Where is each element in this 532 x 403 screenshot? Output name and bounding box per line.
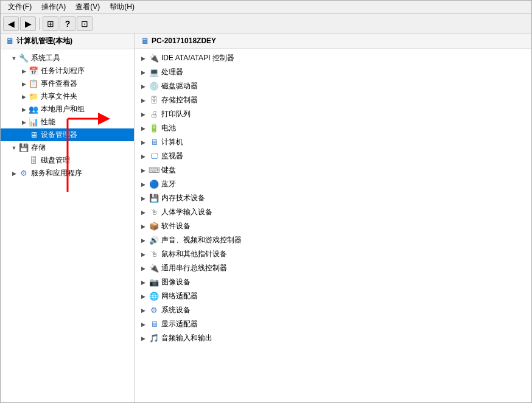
right-device-list: 🔌 IDE ATA/ATAPI 控制器 💻 处理器 💿 磁盘驱动器 — [135, 49, 531, 402]
sidebar-item-disk-mgmt[interactable]: 🗄 磁盘管理 — [1, 154, 134, 167]
expand-cpu — [139, 69, 147, 76]
expand-memory-tech — [139, 195, 147, 202]
right-panel-header: 🖥 PC-20171018ZDEY — [135, 33, 531, 49]
system-tools-label: 系统工具 — [31, 53, 60, 63]
ide-label: IDE ATA/ATAPI 控制器 — [161, 53, 234, 63]
sidebar-item-services[interactable]: ⚙ 服务和应用程序 — [1, 167, 134, 180]
list-item-computer[interactable]: 🖥 计算机 — [135, 135, 531, 149]
list-item-printer[interactable]: 🖨 打印队列 — [135, 107, 531, 121]
expand-services — [10, 170, 18, 177]
service-label: 服务和应用程序 — [31, 168, 82, 178]
expand-system-dev — [139, 307, 147, 314]
sidebar-item-system-tools[interactable]: 🔧 系统工具 — [1, 52, 134, 65]
sidebar-item-task-scheduler[interactable]: 📅 任务计划程序 — [1, 65, 134, 77]
list-item-hdd[interactable]: 💿 磁盘驱动器 — [135, 79, 531, 93]
expand-display — [139, 321, 147, 328]
list-item-monitor[interactable]: 🖵 监视器 — [135, 149, 531, 163]
menu-view[interactable]: 查看(V) — [71, 1, 105, 13]
show-hide-button[interactable]: ⊞ — [43, 16, 58, 31]
menu-file[interactable]: 文件(F) — [3, 1, 37, 13]
expand-storage-ctrl — [139, 97, 147, 104]
computer-label: 计算机 — [161, 137, 183, 147]
cpu-icon: 💻 — [149, 68, 159, 77]
expand-task — [20, 68, 27, 75]
list-item-storage-ctrl[interactable]: 🗄 存储控制器 — [135, 93, 531, 107]
mouse-label: 鼠标和其他指针设备 — [161, 249, 227, 259]
network-icon: 🌐 — [149, 292, 159, 301]
menu-help[interactable]: 帮助(H) — [105, 1, 139, 13]
expand-usb — [139, 265, 147, 272]
right-panel-wrapper: 🖥 PC-20171018ZDEY 🔌 IDE ATA/ATAPI 控制器 💻 … — [135, 33, 531, 402]
event-icon: 📋 — [29, 79, 38, 89]
list-item-memory-tech[interactable]: 💾 内存技术设备 — [135, 191, 531, 205]
service-icon: ⚙ — [19, 169, 29, 178]
bluetooth-icon: 🔵 — [149, 180, 159, 189]
share-icon: 📁 — [29, 92, 38, 102]
camera-icon: 📷 — [149, 278, 159, 287]
list-item-software[interactable]: 📦 软件设备 — [135, 219, 531, 233]
sidebar-item-performance[interactable]: 📊 性能 — [1, 116, 134, 128]
list-item-network[interactable]: 🌐 网络适配器 — [135, 289, 531, 303]
right-panel-title: PC-20171018ZDEY — [152, 37, 216, 45]
expand-human — [139, 209, 147, 216]
perf-icon: 📊 — [29, 117, 38, 127]
back-button[interactable]: ◀ — [3, 16, 19, 31]
list-item-display[interactable]: 🖥 显示适配器 — [135, 317, 531, 331]
sidebar-item-event-viewer[interactable]: 📋 事件查看器 — [1, 77, 134, 90]
users-icon: 👥 — [29, 105, 38, 114]
left-panel-title: 计算机管理(本地) — [16, 36, 72, 46]
expand-network — [139, 293, 147, 300]
list-item-human-input[interactable]: 🖱 人体学输入设备 — [135, 205, 531, 219]
list-item-mouse[interactable]: 🖱 鼠标和其他指针设备 — [135, 247, 531, 261]
list-item-audio-io[interactable]: 🎵 音频输入和输出 — [135, 331, 531, 345]
menu-action[interactable]: 操作(A) — [37, 1, 71, 13]
expand-device — [20, 131, 27, 139]
content-area: 🖥 计算机管理(本地) 🔧 系统工具 📅 任务计划程序 — [1, 33, 531, 402]
hdd-icon: 💿 — [149, 82, 159, 91]
expand-audio — [139, 237, 147, 244]
sidebar-item-local-users[interactable]: 👥 本地用户和组 — [1, 103, 134, 116]
expand-hdd — [139, 83, 147, 90]
list-item-ide[interactable]: 🔌 IDE ATA/ATAPI 控制器 — [135, 51, 531, 65]
storage-label: 存储 — [31, 142, 46, 153]
imaging-label: 图像设备 — [161, 277, 191, 287]
task-label: 任务计划程序 — [41, 66, 85, 76]
sidebar-item-shared-folders[interactable]: 📁 共享文件夹 — [1, 90, 134, 103]
list-item-battery[interactable]: 🔋 电池 — [135, 121, 531, 135]
computer-icon: 🖥 — [4, 37, 14, 46]
disk-icon: 🗄 — [29, 156, 38, 166]
network-label: 网络适配器 — [161, 291, 198, 301]
list-item-keyboard[interactable]: ⌨ 键盘 — [135, 163, 531, 177]
disk-label: 磁盘管理 — [41, 155, 70, 166]
audio-io-label: 音频输入和输出 — [161, 333, 212, 343]
hdd-label: 磁盘驱动器 — [161, 81, 198, 91]
forward-button[interactable]: ▶ — [20, 16, 36, 31]
tools-icon: 🔧 — [19, 54, 29, 63]
expand-storage — [10, 144, 18, 152]
cpu-label: 处理器 — [161, 67, 183, 77]
list-item-usb[interactable]: 🔌 通用串行总线控制器 — [135, 261, 531, 275]
window: 文件(F) 操作(A) 查看(V) 帮助(H) ◀ ▶ ⊞ ? ⊡ 🖥 计算机管… — [0, 0, 532, 403]
sidebar-item-storage[interactable]: 💾 存储 — [1, 141, 134, 154]
display-label: 显示适配器 — [161, 319, 198, 329]
sidebar-item-device-manager[interactable]: 🖥 设备管理器 — [1, 128, 134, 141]
storage-ctrl-label: 存储控制器 — [161, 95, 198, 105]
human-icon: 🖱 — [149, 208, 159, 217]
list-item-system-dev[interactable]: ⚙ 系统设备 — [135, 303, 531, 317]
keyboard-icon: ⌨ — [149, 166, 159, 175]
extra-button[interactable]: ⊡ — [77, 16, 93, 31]
event-label: 事件查看器 — [41, 79, 77, 89]
list-item-cpu[interactable]: 💻 处理器 — [135, 65, 531, 79]
expand-keyboard — [139, 167, 147, 174]
audio-label: 声音、视频和游戏控制器 — [161, 235, 242, 245]
help-button[interactable]: ? — [60, 16, 75, 31]
toolbar-separator — [39, 18, 40, 30]
memory-tech-label: 内存技术设备 — [161, 193, 205, 203]
list-item-imaging[interactable]: 📷 图像设备 — [135, 275, 531, 289]
expand-software — [139, 223, 147, 230]
list-item-bluetooth[interactable]: 🔵 蓝牙 — [135, 177, 531, 191]
expand-users — [20, 106, 27, 113]
battery-icon: 🔋 — [149, 124, 159, 133]
list-item-audio-video[interactable]: 🔊 声音、视频和游戏控制器 — [135, 233, 531, 247]
battery-label: 电池 — [161, 123, 176, 133]
